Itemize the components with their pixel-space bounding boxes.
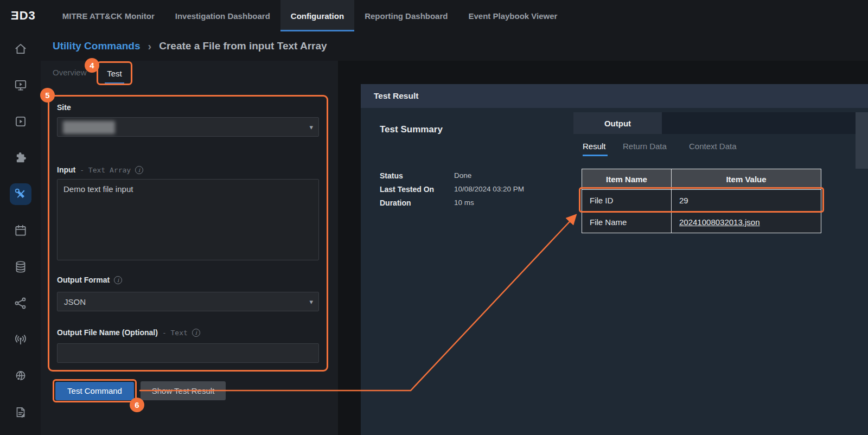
- breadcrumb-parent-link[interactable]: Utility Commands: [53, 40, 141, 52]
- breadcrumb-separator-icon: ›: [148, 40, 152, 53]
- tab-test[interactable]: Test: [107, 69, 122, 78]
- annotation-box-test-tab: Test: [97, 61, 132, 85]
- annotation-badge-5: 5: [40, 88, 55, 103]
- last-tested-value: 10/08/2024 03:20 PM: [454, 185, 524, 193]
- table-row-file-name: File Name 20241008032013.json: [582, 212, 821, 233]
- scrollbar[interactable]: [856, 112, 868, 169]
- output-format-label-row: Output Format i: [57, 276, 122, 284]
- monitor-play-icon: [14, 78, 28, 92]
- nav-item-reporting-dashboard[interactable]: Reporting Dashboard: [354, 0, 458, 31]
- subtab-result[interactable]: Result: [583, 142, 606, 151]
- column-header-item-value: Item Value: [672, 169, 821, 190]
- site-field-label: Site: [57, 103, 71, 112]
- annotation-badge-6: 6: [130, 398, 144, 412]
- test-result-header: Test Result: [361, 84, 868, 108]
- output-tab-bar: Output: [573, 112, 868, 134]
- test-command-button[interactable]: Test Command: [55, 382, 134, 400]
- globe-user-icon: [14, 369, 28, 383]
- sidebar-item-utility-tools[interactable]: [10, 183, 31, 205]
- annotation-box-form: Site ▾ Input - Text Array i Demo text fi…: [48, 95, 328, 372]
- test-result-panel: Test Result Test Summary Status Done Las…: [361, 84, 868, 435]
- sidebar-item-globe-user[interactable]: [10, 365, 31, 387]
- test-summary-heading: Test Summary: [380, 124, 443, 135]
- icon-sidebar: [0, 31, 41, 435]
- tab-overview[interactable]: Overview: [53, 68, 87, 77]
- tools-icon: [14, 187, 28, 201]
- result-table: Item Name Item Value File ID 29 File Nam…: [582, 169, 821, 233]
- cell-file-id-name: File ID: [582, 190, 672, 212]
- home-icon: [14, 42, 28, 56]
- sidebar-item-database[interactable]: [10, 256, 31, 278]
- output-file-name-type-hint: - Text: [162, 329, 188, 337]
- info-icon[interactable]: i: [135, 166, 143, 174]
- database-icon: [14, 260, 28, 274]
- output-format-label: Output Format: [57, 276, 110, 284]
- annotation-box-test-command: Test Command: [53, 379, 137, 402]
- nav-item-investigation-dashboard[interactable]: Investigation Dashboard: [165, 0, 280, 31]
- cell-file-name-value: 20241008032013.json: [672, 212, 821, 233]
- app-window: ƎD3 MITRE ATT&CK Monitor Investigation D…: [0, 0, 868, 435]
- tab-output[interactable]: Output: [573, 112, 662, 134]
- calendar-icon: [14, 223, 28, 238]
- info-icon[interactable]: i: [114, 276, 122, 284]
- sidebar-item-broadcast[interactable]: [10, 329, 31, 350]
- summary-row-status: Status Done: [380, 171, 559, 181]
- summary-label: Duration: [380, 199, 411, 207]
- nav-item-configuration[interactable]: Configuration: [280, 0, 354, 31]
- share-nodes-icon: [14, 296, 28, 310]
- sidebar-item-home[interactable]: [10, 38, 31, 60]
- input-textarea[interactable]: Demo text file input: [57, 179, 319, 260]
- summary-row-last-tested: Last Tested On 10/08/2024 03:20 PM: [380, 184, 559, 194]
- file-name-link[interactable]: 20241008032013.json: [679, 218, 760, 227]
- cell-file-id-value: 29: [672, 190, 821, 212]
- content-area: Overview Test 4 Site ▾ Input - Text Arra…: [41, 61, 868, 435]
- sidebar-item-video-library[interactable]: [10, 111, 31, 132]
- cell-file-name-name: File Name: [582, 212, 672, 233]
- output-format-dropdown[interactable]: JSON ▾: [57, 292, 319, 311]
- site-dropdown[interactable]: ▾: [57, 117, 319, 137]
- page-title: Create a File from input Text Array: [159, 40, 327, 52]
- subtab-context-data[interactable]: Context Data: [689, 142, 737, 151]
- summary-label: Status: [380, 171, 403, 180]
- sidebar-item-share-nodes[interactable]: [10, 292, 31, 314]
- input-field-label-row: Input - Text Array i: [57, 165, 143, 174]
- table-header-row: Item Name Item Value: [582, 169, 821, 190]
- annotation-badge-4: 4: [85, 58, 99, 73]
- info-icon[interactable]: i: [192, 329, 200, 337]
- broadcast-icon: [14, 332, 28, 347]
- summary-label: Last Tested On: [380, 185, 434, 194]
- nav-item-mitre-attck-monitor[interactable]: MITRE ATT&CK Monitor: [52, 0, 165, 31]
- site-value-redacted: [63, 121, 115, 134]
- app-logo: ƎD3: [11, 9, 36, 23]
- chevron-down-icon: ▾: [309, 123, 313, 131]
- sidebar-item-calendar[interactable]: [10, 220, 31, 241]
- nav-item-event-playbook-viewer[interactable]: Event Playbook Viewer: [458, 0, 567, 31]
- show-test-result-button[interactable]: Show Test Result: [141, 381, 226, 400]
- sidebar-item-integrations[interactable]: [10, 147, 31, 169]
- input-field-type-hint: - Text Array: [80, 166, 131, 174]
- document-edit-icon: [14, 405, 28, 419]
- column-header-item-name: Item Name: [582, 169, 672, 190]
- chevron-down-icon: ▾: [309, 298, 313, 306]
- sidebar-item-monitor-play[interactable]: [10, 74, 31, 96]
- duration-value: 10 ms: [454, 199, 474, 207]
- top-nav: ƎD3 MITRE ATT&CK Monitor Investigation D…: [0, 0, 868, 31]
- test-result-title: Test Result: [374, 91, 418, 101]
- output-file-name-label-row: Output File Name (Optional) - Text i: [57, 328, 200, 337]
- summary-row-duration: Duration 10 ms: [380, 198, 559, 208]
- table-row-file-id: File ID 29: [582, 190, 821, 212]
- command-test-panel: Overview Test 4 Site ▾ Input - Text Arra…: [41, 61, 338, 435]
- puzzle-icon: [14, 151, 28, 165]
- video-library-icon: [14, 114, 28, 129]
- subtab-return-data[interactable]: Return Data: [623, 142, 667, 151]
- output-file-name-input[interactable]: [57, 343, 319, 363]
- output-format-value: JSON: [64, 297, 86, 306]
- subtab-result-active-underline: [583, 155, 608, 156]
- input-field-label: Input: [57, 165, 75, 174]
- sidebar-item-document-edit[interactable]: [10, 401, 31, 423]
- output-file-name-label: Output File Name (Optional): [57, 328, 158, 337]
- status-value: Done: [454, 171, 471, 180]
- breadcrumb: Utility Commands › Create a File from in…: [41, 31, 868, 61]
